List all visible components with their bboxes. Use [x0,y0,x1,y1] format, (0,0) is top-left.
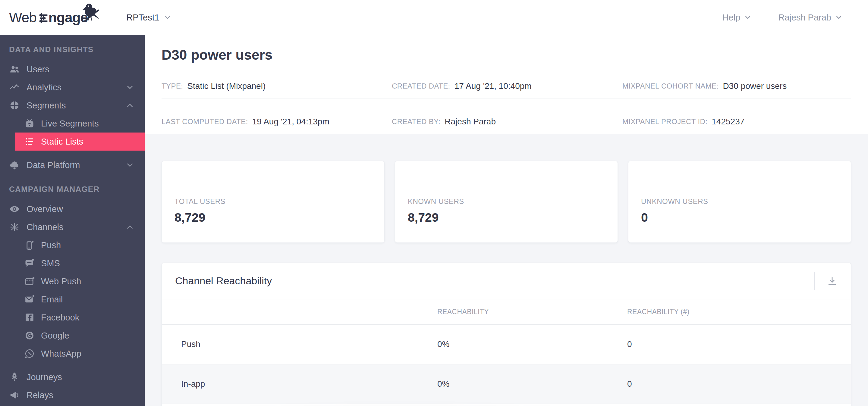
eye-icon [9,204,20,214]
stat-label: UNKNOWN USERS [641,197,851,206]
channel-name: Push [162,325,437,364]
nav-label: Journeys [27,372,62,382]
channel-reachability-panel: Channel Reachability REACHABILITY REACHA… [161,263,851,406]
reachability-table: REACHABILITY REACHABILITY (#) Push 0% 0 … [162,299,851,406]
nav-label: Live Segments [41,119,99,129]
download-icon [827,275,838,287]
nav-label: Data Platform [27,160,80,170]
nav-label: Web Push [41,276,81,286]
sidebar-item-analytics[interactable]: Analytics [0,78,145,96]
type-label: TYPE: [161,82,183,90]
type-value: Static List (Mixpanel) [187,81,266,91]
sidebar-item-google[interactable]: Google [15,327,145,344]
chevron-up-icon [125,101,134,110]
project-name: RPTest1 [126,13,159,23]
known-users-card: KNOWN USERS 8,729 [395,161,618,243]
unknown-users-card: UNKNOWN USERS 0 [628,161,851,243]
sms-channel-icon [24,258,35,269]
download-button[interactable] [823,271,842,291]
sidebar-item-live-segments[interactable]: Live Segments [15,114,145,133]
sidebar-item-relays[interactable]: Relays [0,386,145,404]
chevron-up-icon [125,223,134,232]
sidebar-item-data-platform[interactable]: Data Platform [0,156,145,174]
google-icon [24,330,35,341]
rocket-icon [9,372,20,382]
sidebar-nav: DATA AND INSIGHTS Users Analytics Segmen… [0,35,145,406]
sidebar-item-push[interactable]: Push [15,236,145,254]
sidebar-item-segments[interactable]: Segments [0,96,145,114]
live-segments-icon [24,118,35,129]
mixpanel-project-id-label: MIXPANEL PROJECT ID: [622,117,707,126]
email-channel-icon [24,294,35,305]
nav-label: Overview [27,204,63,214]
table-row-in-app: In-app 0% 0 [162,364,851,404]
user-name: Rajesh Parab [778,13,831,23]
channel-name: In-app [162,364,437,404]
section-title-campaign-manager: CAMPAIGN MANAGER [9,184,145,195]
project-switcher[interactable]: RPTest1 [126,13,172,23]
column-reachability: REACHABILITY [437,299,627,325]
logo-web-text: Web [9,9,36,26]
webengage-logo[interactable]: Web ngage [9,0,88,35]
panel-title: Channel Reachability [175,275,814,287]
last-computed-label: LAST COMPUTED DATE: [161,117,248,126]
chevron-down-icon [125,83,134,92]
logo-arrows-icon [38,13,48,23]
total-users-card: TOTAL USERS 8,729 [161,161,384,243]
data-platform-icon [9,160,20,170]
whatsapp-icon [24,348,35,359]
web-push-channel-icon [24,276,35,287]
table-header-row: REACHABILITY REACHABILITY (#) [162,299,851,325]
facebook-icon [24,312,35,323]
channels-hub-icon [9,222,20,233]
last-computed-value: 19 Aug '21, 04:13pm [252,117,330,127]
topbar: Web ngage RPTest1 Help Rajesh Parab [0,0,868,35]
page-title: D30 power users [161,46,851,63]
meta-row-2: LAST COMPUTED DATE: 19 Aug '21, 04:13pm … [161,109,851,134]
chevron-down-icon [125,161,134,170]
stat-label: TOTAL USERS [175,197,384,206]
nav-label: WhatsApp [41,349,82,359]
sidebar-item-static-lists[interactable]: Static Lists [15,133,145,150]
user-menu[interactable]: Rajesh Parab [778,13,843,23]
section-title-data-insights: DATA AND INSIGHTS [9,44,145,55]
nav-label: Static Lists [41,137,83,147]
mixpanel-project-id-value: 1425237 [712,117,744,127]
logo-bird-icon [79,2,101,23]
column-reachability-count: REACHABILITY (#) [627,299,851,325]
sidebar-item-facebook[interactable]: Facebook [15,308,145,327]
mixpanel-cohort-label: MIXPANEL COHORT NAME: [622,82,719,90]
table-row-partial [162,404,851,406]
help-label: Help [722,13,741,23]
analytics-icon [9,82,20,93]
chevron-down-icon [164,13,172,22]
help-menu[interactable]: Help [722,13,752,23]
sidebar-item-sms[interactable]: SMS [15,254,145,272]
created-date-value: 17 Aug '21, 10:40pm [455,81,532,91]
created-by-label: CREATED BY: [392,117,440,126]
created-date-label: CREATED DATE: [392,82,450,90]
meta-row-1: TYPE: Static List (Mixpanel) CREATED DAT… [161,74,851,99]
toolbar-divider [814,272,815,290]
sidebar-item-users[interactable]: Users [0,60,145,78]
sidebar-item-web-push[interactable]: Web Push [15,272,145,290]
reachability-pct: 0% [437,364,627,404]
stat-value: 0 [641,210,851,225]
chevron-down-icon [744,13,752,22]
segments-icon [9,100,20,111]
users-icon [9,64,20,75]
table-row-push: Push 0% 0 [162,325,851,364]
sidebar-item-channels[interactable]: Channels [0,218,145,236]
sidebar-item-email[interactable]: Email [15,290,145,308]
main-content: D30 power users TYPE: Static List (Mixpa… [145,35,868,406]
nav-label: Email [41,295,63,304]
nav-label: Analytics [27,82,61,93]
nav-label: Channels [27,222,64,232]
megaphone-icon [9,390,20,401]
stat-value: 8,729 [408,210,618,225]
sidebar-item-journeys[interactable]: Journeys [0,368,145,386]
mixpanel-cohort-value: D30 power users [723,81,787,91]
sidebar-item-whatsapp[interactable]: WhatsApp [15,344,145,363]
nav-label: Facebook [41,313,79,323]
sidebar-item-overview[interactable]: Overview [0,200,145,218]
